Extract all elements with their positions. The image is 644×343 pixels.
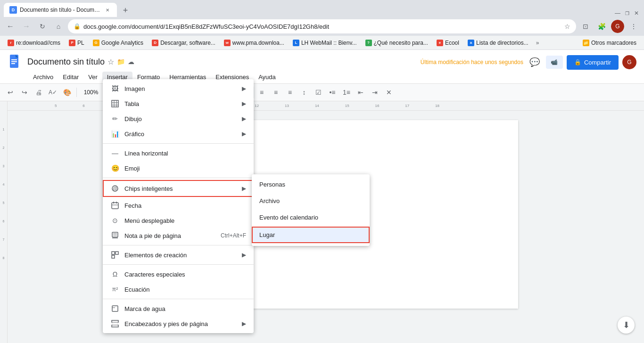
menu-item-nota[interactable]: Nota a pie de página Ctrl+Alt+F xyxy=(103,228,254,243)
submenu-item-personas[interactable]: Personas xyxy=(252,176,370,193)
svg-rect-24 xyxy=(112,306,118,311)
star-icon[interactable]: ☆ xyxy=(107,57,114,66)
menu-item-linea[interactable]: — Línea horizontal xyxy=(103,146,254,161)
nota-label: Nota a pie de página xyxy=(124,232,216,239)
cast-button[interactable]: ⊡ xyxy=(579,20,592,33)
numbering-button[interactable]: 1≡ xyxy=(340,86,353,99)
menu-ver[interactable]: Ver xyxy=(83,72,102,82)
folder-icon[interactable]: 📁 xyxy=(117,58,125,65)
encabezados-arrow: ▶ xyxy=(242,320,246,327)
print-button[interactable]: 🖨 xyxy=(32,86,45,99)
format-paint-button[interactable]: 🎨 xyxy=(60,86,74,99)
docs-logo[interactable] xyxy=(8,54,22,71)
bullets-button[interactable]: •≡ xyxy=(326,86,339,99)
clear-format-button[interactable]: ✕ xyxy=(382,86,396,99)
menu-item-dibujo[interactable]: ✏ Dibujo ▶ xyxy=(103,111,254,126)
separator-5 xyxy=(103,299,254,299)
separator-1 xyxy=(103,143,254,144)
svg-rect-26 xyxy=(112,320,118,322)
bookmarks-bar: r re:download//cms P PL G Google Analyti… xyxy=(0,36,644,50)
meet-button[interactable]: 📹 xyxy=(546,56,563,69)
grafico-icon: 📊 xyxy=(110,129,120,139)
line-spacing-button[interactable]: ↕ xyxy=(297,86,311,99)
align-center-button[interactable]: ≡ xyxy=(255,86,268,99)
menu-item-encabezados[interactable]: Encabezados y pies de página ▶ xyxy=(103,316,254,331)
browser-restore-button[interactable]: ❐ xyxy=(623,9,631,17)
back-button[interactable]: ← xyxy=(4,20,17,33)
bookmark-lista[interactable]: a Lista de directorios... xyxy=(464,39,532,47)
user-avatar[interactable]: G xyxy=(622,55,636,69)
active-tab[interactable]: D Documento sin título - Docume... ✕ xyxy=(4,3,117,17)
bookmark-que[interactable]: ? ¿Qué necesito para... xyxy=(362,39,432,47)
menu-item-ecuacion[interactable]: π² Ecuación xyxy=(103,282,254,297)
submenu-item-lugar[interactable]: Lugar xyxy=(252,227,370,243)
increase-indent-button[interactable]: ⇥ xyxy=(368,86,381,99)
menu-item-elementos[interactable]: Elementos de creación ▶ xyxy=(103,247,254,262)
menu-item-tabla[interactable]: Tabla ▶ xyxy=(103,96,254,111)
align-justify-button[interactable]: ≡ xyxy=(283,86,297,99)
redo-button[interactable]: ↪ xyxy=(18,86,31,99)
submenu-item-evento[interactable]: Evento del calendario xyxy=(252,209,370,226)
menu-item-desplegable[interactable]: ⊙ Menú desplegable xyxy=(103,213,254,228)
docs-title-row: Documento sin título ☆ 📁 ☁ xyxy=(27,57,415,67)
menu-item-fecha[interactable]: Fecha xyxy=(103,198,254,213)
zoom-display[interactable]: 100% xyxy=(80,88,102,97)
bookmark-pma[interactable]: w www.pma.downloa... xyxy=(220,39,288,47)
bookmark-ecool-label: Ecool xyxy=(445,40,459,46)
bookmark-descargar[interactable]: D Descargar, software... xyxy=(148,39,219,47)
scroll-to-bottom-button[interactable]: ⬇ xyxy=(618,317,635,334)
menu-item-grafico[interactable]: 📊 Gráfico ▶ xyxy=(103,126,254,141)
bookmark-pl[interactable]: P PL xyxy=(65,39,88,47)
bookmark-redownload[interactable]: r re:download//cms xyxy=(4,39,64,47)
menu-editar[interactable]: Editar xyxy=(58,72,83,82)
svg-rect-28 xyxy=(113,322,117,325)
ruler-mark-3: 3 xyxy=(3,164,5,168)
forward-button[interactable]: → xyxy=(20,20,33,33)
home-button[interactable]: ⌂ xyxy=(52,20,65,33)
menu-ayuda[interactable]: Ayuda xyxy=(254,72,281,82)
extensions-button[interactable]: 🧩 xyxy=(595,20,608,33)
decrease-indent-button[interactable]: ⇤ xyxy=(354,86,367,99)
imagen-label: Imagen xyxy=(124,85,237,92)
undo-button[interactable]: ↩ xyxy=(4,86,17,99)
desplegable-label: Menú desplegable xyxy=(124,217,246,224)
docs-title[interactable]: Documento sin título xyxy=(27,57,105,67)
align-right-button[interactable]: ≡ xyxy=(269,86,282,99)
svg-rect-13 xyxy=(112,203,118,209)
bookmark-analytics[interactable]: G Google Analytics xyxy=(89,39,147,47)
ruler-mark-6: 6 xyxy=(3,220,5,223)
share-button[interactable]: 🔒 Compartir xyxy=(567,55,619,70)
marca-icon xyxy=(110,304,120,313)
menu-item-imagen[interactable]: 🖼 Imagen ▶ xyxy=(103,81,254,96)
bookmark-pl-label: PL xyxy=(77,40,84,46)
imagen-arrow: ▶ xyxy=(242,85,246,92)
browser-minimize-button[interactable]: — xyxy=(614,9,621,17)
new-tab-button[interactable]: + xyxy=(119,4,132,17)
address-bar[interactable]: 🔒 docs.google.com/document/d/1ExqiB5nE8d… xyxy=(68,19,576,33)
browser-close-button[interactable]: ✕ xyxy=(633,9,640,17)
spellcheck-button[interactable]: A✓ xyxy=(46,86,59,99)
menu-item-caracteres[interactable]: Ω Caracteres especiales xyxy=(103,267,254,282)
menu-item-chips[interactable]: @ Chips inteligentes ▶ xyxy=(103,180,254,197)
fecha-label: Fecha xyxy=(124,202,246,209)
docs-header: Documento sin título ☆ 📁 ☁ Última modifi… xyxy=(0,50,644,71)
submenu-item-archivo[interactable]: Archivo xyxy=(252,193,370,209)
menu-archivo[interactable]: Archivo xyxy=(28,72,58,82)
cloud-icon[interactable]: ☁ xyxy=(128,58,134,65)
nota-shortcut: Ctrl+Alt+F xyxy=(221,232,246,239)
profile-button[interactable]: G xyxy=(611,20,624,33)
bookmarks-folder[interactable]: 📁 Otros marcadores xyxy=(579,39,640,47)
menu-item-marca[interactable]: Marca de agua xyxy=(103,301,254,316)
menu-item-emoji[interactable]: 😊 Emoji xyxy=(103,161,254,176)
fecha-icon xyxy=(110,201,120,210)
tab-close-icon[interactable]: ✕ xyxy=(104,6,111,14)
browser-menu-button[interactable]: ⋮ xyxy=(627,20,640,33)
svg-rect-4 xyxy=(11,61,17,62)
bookmark-lh[interactable]: L LH WebMail :: Bienv... xyxy=(289,39,361,47)
bookmark-ecool[interactable]: e Ecool xyxy=(433,39,463,47)
comment-button[interactable]: 💬 xyxy=(527,55,542,70)
bookmarks-more-button[interactable]: » xyxy=(533,39,542,47)
refresh-button[interactable]: ↻ xyxy=(36,20,49,33)
checklist-button[interactable]: ☑ xyxy=(312,86,325,99)
bookmark-star-icon[interactable]: ☆ xyxy=(564,23,570,30)
